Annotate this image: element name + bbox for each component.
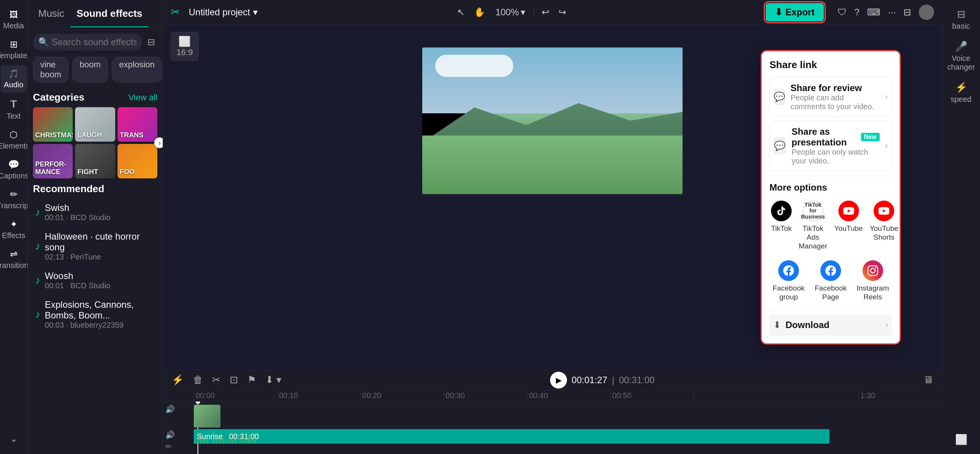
flag-button[interactable]: ⚑: [245, 372, 258, 388]
tab-music[interactable]: Music: [32, 0, 70, 27]
edit-icon[interactable]: ✏: [165, 442, 191, 451]
sidebar-item-elements[interactable]: ⬡ Elements: [1, 126, 27, 154]
timeline-tracks: 🔊 🔊 ✏: [163, 402, 942, 454]
tag-chip[interactable]: explosion: [112, 57, 162, 82]
instagram-icon: [862, 260, 883, 281]
user-avatar[interactable]: [919, 5, 934, 20]
share-review-title: Share for review: [791, 83, 880, 93]
delete-button[interactable]: 🗑: [191, 372, 205, 388]
redo-button[interactable]: ↪: [555, 4, 569, 21]
category-label: CHRISTMAS: [35, 132, 73, 139]
help-button[interactable]: ?: [851, 4, 862, 21]
sound-item[interactable]: ♪ Explosions, Cannons, Bombs, Boom... 00…: [33, 295, 157, 334]
categories-next-button[interactable]: ›: [154, 137, 163, 148]
monitor-icon-button[interactable]: 🖥: [921, 372, 936, 388]
sound-item[interactable]: ♪ Swish 00:01 · BCD Studio: [33, 198, 157, 227]
shield-icon-button[interactable]: 🛡: [835, 4, 850, 21]
ruler-marks: 00:00 00:10 00:20 00:30 00:40 00:50 1:30: [194, 391, 942, 400]
more-options-button[interactable]: ···: [885, 4, 899, 21]
category-performance[interactable]: PERFOR-MANCE: [33, 144, 73, 178]
tab-sound-effects[interactable]: Sound effects: [70, 0, 149, 27]
sidebar-item-label: Audio: [4, 80, 23, 89]
separator: [769, 309, 892, 310]
sidebar-item-label: Elements: [0, 142, 29, 150]
rp-item-speed[interactable]: ⚡ speed: [944, 78, 978, 108]
category-trans[interactable]: TRANS: [118, 107, 157, 142]
hand-tool-button[interactable]: ✋: [471, 4, 488, 21]
svg-rect-19: [254, 433, 256, 444]
video-track[interactable]: [194, 405, 942, 428]
search-input[interactable]: [52, 37, 137, 47]
share-for-review-option[interactable]: 💬 Share for review People can add commen…: [769, 77, 892, 117]
volume-icon[interactable]: 🔊: [165, 405, 191, 414]
project-name[interactable]: Untitled project ▾: [189, 7, 258, 18]
aspect-ratio-icon: ⬜: [176, 36, 193, 47]
keyboard-shortcuts-button[interactable]: ⌨: [864, 4, 884, 21]
share-presentation-option[interactable]: 💬 Share as presentation New People can o…: [769, 121, 892, 171]
zoom-level: 100%: [495, 7, 519, 18]
volume-icon[interactable]: 🔊: [165, 430, 191, 439]
category-food[interactable]: FOO: [118, 144, 157, 178]
sidebar-item-label: Captions: [0, 171, 29, 180]
rp-item-voice-changer[interactable]: 🎤 Voicechanger: [944, 37, 978, 75]
social-facebook-page[interactable]: FacebookPage: [812, 257, 850, 305]
tag-chips: vine boom boom explosion: [28, 57, 163, 88]
aspect-ratio-badge[interactable]: ⬜ 16:9: [171, 32, 199, 61]
ruler-mark: [694, 391, 858, 400]
category-laugh[interactable]: LAUGH: [75, 107, 115, 142]
view-all-button[interactable]: View all: [129, 93, 157, 103]
sidebar-item-media[interactable]: 🖼 Media: [1, 6, 27, 34]
social-facebook-group[interactable]: Facebookgroup: [769, 257, 808, 305]
split-button[interactable]: ✂: [210, 372, 223, 388]
audio-track[interactable]: Sunrise 00:31:00: [194, 429, 830, 444]
svg-rect-17: [248, 436, 249, 444]
sound-name: Explosions, Cannons, Bombs, Boom...: [45, 299, 155, 321]
social-youtube[interactable]: YouTube: [833, 198, 864, 253]
sidebar-item-audio[interactable]: 🎵 Audio: [1, 65, 27, 93]
sound-item[interactable]: ♪ Woosh 00:01 · BCD Studio: [33, 266, 157, 295]
layout-toggle-button[interactable]: ⊟: [900, 4, 914, 21]
divider: [534, 7, 534, 18]
right-panel-icons: 🛡 ? ⌨ ··· ⊟: [835, 4, 934, 21]
sidebar-item-templates[interactable]: ⊞ Templates: [1, 35, 27, 64]
sidebar-item-captions[interactable]: 💬 Captions: [1, 155, 27, 184]
sidebar-item-transitions[interactable]: ⇌ Transitions: [1, 245, 27, 273]
category-christmas[interactable]: CHRISTMAS: [33, 107, 73, 142]
tag-chip[interactable]: vine boom: [33, 57, 69, 82]
category-fight[interactable]: FIGHT: [75, 144, 115, 178]
sidebar-item-collapse[interactable]: ⌄: [1, 430, 27, 448]
sound-item[interactable]: ♪ Halloween · cute horror song 02:13 · P…: [33, 227, 157, 266]
rp-item-basic[interactable]: ⊟ basic: [944, 5, 978, 34]
sound-meta: 00:01 · BCD Studio: [45, 281, 110, 290]
export-button[interactable]: ⬇ Export: [766, 3, 824, 21]
share-review-icon: 💬: [774, 88, 785, 105]
download-option[interactable]: ⬇ Download ›: [769, 314, 892, 336]
split-tool-button[interactable]: ⚡: [169, 372, 186, 388]
sidebar-item-text[interactable]: T Text: [1, 94, 27, 124]
undo-button[interactable]: ↩: [539, 4, 552, 21]
video-clouds: [435, 55, 513, 77]
tag-chip[interactable]: boom: [72, 57, 108, 82]
zoom-control[interactable]: 100% ▾: [492, 5, 529, 20]
rp-item-subtitles[interactable]: ⬜: [944, 430, 978, 449]
filter-button[interactable]: ⊟: [145, 34, 157, 50]
tiktok-label: TikTok: [771, 224, 792, 233]
play-button[interactable]: ▶: [550, 372, 567, 389]
rp-voice-label: Voicechanger: [947, 54, 975, 72]
svg-rect-8: [219, 435, 220, 444]
social-tiktok[interactable]: TikTok: [769, 198, 793, 253]
sidebar-item-transcript[interactable]: ✏ Transcript: [1, 185, 27, 214]
youtube-label: YouTube: [834, 224, 863, 233]
svg-rect-11: [229, 434, 230, 444]
sidebar-item-effects[interactable]: ✦ Effects: [1, 215, 27, 243]
social-youtube-shorts[interactable]: YouTubeShorts: [868, 198, 900, 253]
social-instagram[interactable]: InstagramReels: [854, 257, 892, 305]
crop-button[interactable]: ⊡: [227, 372, 240, 388]
select-tool-button[interactable]: ↖: [454, 4, 468, 21]
share-presentation-title: Share as presentation New: [792, 126, 880, 148]
effects-icon: ✦: [10, 219, 18, 230]
sidebar-item-label: Transcript: [0, 201, 31, 210]
social-tiktok-ads[interactable]: TikTok for Business TikTok AdsManager: [797, 198, 829, 253]
export-frame-button[interactable]: ⬇ ▾: [263, 372, 284, 388]
more-options-title: More options: [769, 182, 892, 193]
